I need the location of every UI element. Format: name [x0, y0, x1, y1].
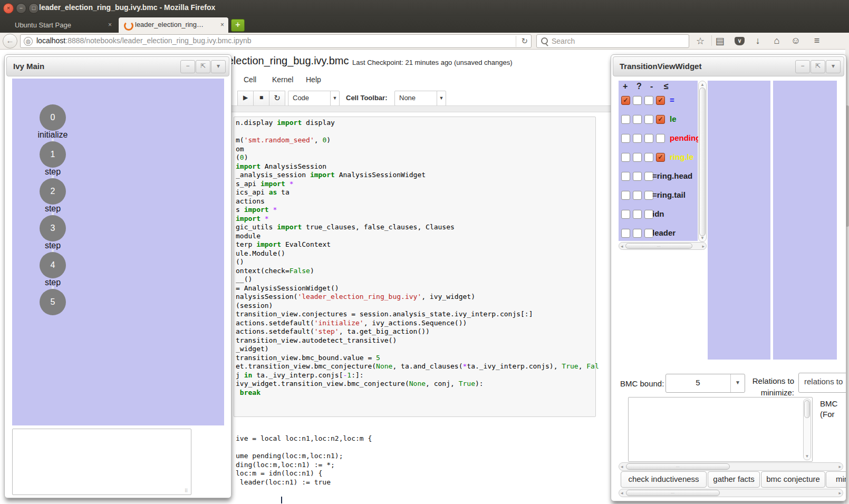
- pocket-icon[interactable]: ∨: [735, 37, 745, 45]
- graph-node-3[interactable]: 3: [40, 215, 66, 241]
- textarea-scrollbar[interactable]: ▼: [803, 399, 811, 460]
- search-input[interactable]: Search: [536, 34, 689, 48]
- relation-checkbox-ring.le-1[interactable]: [633, 153, 642, 162]
- relation-checkbox-ring.le-3[interactable]: ✓: [656, 153, 665, 162]
- relation-checkbox-=-0[interactable]: ✓: [621, 96, 630, 105]
- facts-textarea[interactable]: ▼: [628, 397, 813, 462]
- relation-label[interactable]: =ring.head: [652, 171, 692, 180]
- minimize-icon[interactable]: −: [795, 60, 810, 73]
- scroll-down-icon[interactable]: ▼: [804, 454, 811, 459]
- relation-checkbox-=-3[interactable]: ✓: [656, 96, 665, 105]
- relation-checkbox-=-1[interactable]: [633, 96, 642, 105]
- interrupt-kernel-button[interactable]: ■: [253, 91, 269, 106]
- scroll-left-icon[interactable]: ◂: [621, 243, 623, 249]
- relation-label[interactable]: =ring.tail: [652, 190, 686, 199]
- relation-checkbox-pending-2[interactable]: [644, 134, 653, 143]
- tab-ubuntu-start-page[interactable]: Ubuntu Start Page ×: [5, 17, 116, 33]
- chat-icon[interactable]: ☺: [789, 35, 803, 46]
- ivy-main-window[interactable]: Ivy Main − ⇱ ▾ 0initialize1step2step3ste…: [4, 54, 231, 498]
- relation-checkbox-leader-1[interactable]: [633, 229, 642, 238]
- relation-label[interactable]: leader: [652, 228, 676, 237]
- tab-notebook[interactable]: leader_election_ring… ×: [118, 17, 229, 33]
- relation-checkbox-=ring.head-0[interactable]: [621, 172, 630, 181]
- relations-to-minimize-input[interactable]: relations to: [798, 373, 846, 393]
- relation-label[interactable]: pending: [670, 133, 700, 142]
- relations-header-question[interactable]: ?: [636, 82, 642, 91]
- bmc-bound-select[interactable]: 5 ▼: [665, 374, 745, 393]
- scroll-left-icon[interactable]: ◂: [621, 490, 623, 496]
- scrollbar-thumb[interactable]: ⋯: [625, 243, 692, 249]
- menu-cell[interactable]: Cell: [244, 75, 256, 84]
- relation-label[interactable]: le: [670, 114, 677, 123]
- relations-header-plus[interactable]: +: [623, 82, 628, 91]
- resize-grip-icon[interactable]: ⠿: [185, 488, 190, 493]
- graph-node-2[interactable]: 2: [40, 178, 66, 205]
- graph-node-1[interactable]: 1: [40, 141, 66, 168]
- relations-vertical-scrollbar[interactable]: ▲ ▼: [698, 81, 707, 242]
- scrollbar-thumb[interactable]: ⋯: [626, 463, 730, 470]
- url-bar[interactable]: ◍ localhost:8888/notebooks/leader_electi…: [20, 34, 532, 48]
- relation-checkbox-=ring.tail-1[interactable]: [633, 191, 642, 200]
- cell-toolbar-select[interactable]: None ▼: [394, 91, 446, 106]
- relation-checkbox-le-2[interactable]: [644, 115, 653, 124]
- scroll-right-icon[interactable]: ▸: [838, 490, 841, 496]
- scrollbar-thumb[interactable]: [699, 88, 706, 236]
- tab-close-icon[interactable]: ×: [108, 21, 112, 28]
- scroll-right-icon[interactable]: ▸: [838, 463, 841, 470]
- home-icon[interactable]: ⌂: [770, 35, 784, 46]
- relation-checkbox-idn-1[interactable]: [633, 210, 642, 219]
- relation-checkbox-=-2[interactable]: [644, 96, 653, 105]
- relation-checkbox-le-0[interactable]: [621, 115, 630, 124]
- popout-icon[interactable]: ⇱: [811, 60, 825, 73]
- relation-checkbox-le-1[interactable]: [633, 115, 642, 124]
- code-editor[interactable]: n.display import displaym('smt.random_se…: [236, 119, 607, 415]
- relation-checkbox-=ring.tail-0[interactable]: [621, 191, 630, 200]
- relation-checkbox-ring.le-2[interactable]: [644, 153, 653, 162]
- collapse-icon[interactable]: ▾: [211, 60, 226, 73]
- graph-node-4[interactable]: 4: [40, 252, 66, 278]
- relations-header-lte[interactable]: ≤: [664, 82, 669, 91]
- relation-checkbox-idn-0[interactable]: [621, 210, 630, 219]
- scrollbar-thumb[interactable]: ⋯: [626, 490, 720, 496]
- scroll-down-icon[interactable]: ▼: [699, 236, 706, 240]
- scroll-left-icon[interactable]: ◂: [621, 463, 623, 470]
- scroll-up-icon[interactable]: ▲: [699, 82, 706, 87]
- graph-node-0[interactable]: 0: [40, 104, 66, 131]
- ivy-console-textarea[interactable]: ⠿: [12, 429, 191, 495]
- widget-horizontal-scrollbar-top[interactable]: ◂ ⋯ ▸: [619, 462, 843, 471]
- relation-checkbox-leader-0[interactable]: [621, 229, 630, 238]
- ivy-main-titlebar[interactable]: Ivy Main − ⇱ ▾: [6, 56, 229, 76]
- new-tab-button[interactable]: +: [231, 19, 245, 32]
- restart-kernel-button[interactable]: ↻: [269, 91, 285, 106]
- relations-header-minus[interactable]: -: [650, 82, 653, 91]
- transition-view-titlebar[interactable]: TransitionViewWidget − ⇱ ▾: [613, 56, 844, 76]
- downloads-icon[interactable]: ↓: [751, 35, 765, 46]
- ivy-graph-canvas[interactable]: 0initialize1step2step3step4step5: [12, 79, 224, 425]
- collapse-icon[interactable]: ▾: [826, 60, 841, 73]
- popout-icon[interactable]: ⇱: [196, 60, 210, 73]
- scrollbar-thumb[interactable]: [804, 400, 810, 418]
- relations-horizontal-scrollbar[interactable]: ◂ ⋯ ▸: [619, 242, 707, 250]
- widget-horizontal-scrollbar-bottom[interactable]: ◂ ⋯ ▸: [619, 489, 843, 497]
- relation-label[interactable]: =: [670, 95, 674, 104]
- minimize-icon[interactable]: −: [180, 60, 195, 73]
- bmc-conjecture-button[interactable]: bmc conjecture: [761, 471, 825, 488]
- window-close-button[interactable]: ×: [3, 3, 14, 14]
- relation-checkbox-=ring.head-1[interactable]: [633, 172, 642, 181]
- reload-icon[interactable]: ↻: [516, 36, 528, 47]
- min-button[interactable]: min: [826, 471, 846, 488]
- menu-help[interactable]: Help: [306, 75, 321, 84]
- cell-type-select[interactable]: Code ▼: [288, 91, 340, 106]
- relation-checkbox-pending-1[interactable]: [633, 134, 642, 143]
- run-cell-button[interactable]: ▶: [237, 91, 254, 106]
- menu-kernel[interactable]: Kernel: [272, 75, 293, 84]
- relation-checkbox-ring.le-0[interactable]: [621, 153, 630, 162]
- back-button[interactable]: ←: [3, 34, 17, 49]
- relation-label[interactable]: ring.le: [670, 152, 693, 161]
- gather-facts-button[interactable]: gather facts: [708, 471, 760, 488]
- relation-checkbox-pending-3[interactable]: [656, 134, 665, 143]
- window-minimize-button[interactable]: −: [16, 3, 26, 14]
- transition-view-window[interactable]: TransitionViewWidget − ⇱ ▾ +?-≤✓✓=✓lepen…: [611, 54, 846, 501]
- scroll-right-icon[interactable]: ▸: [702, 243, 705, 249]
- bookmarks-menu-icon[interactable]: ▤: [713, 35, 727, 47]
